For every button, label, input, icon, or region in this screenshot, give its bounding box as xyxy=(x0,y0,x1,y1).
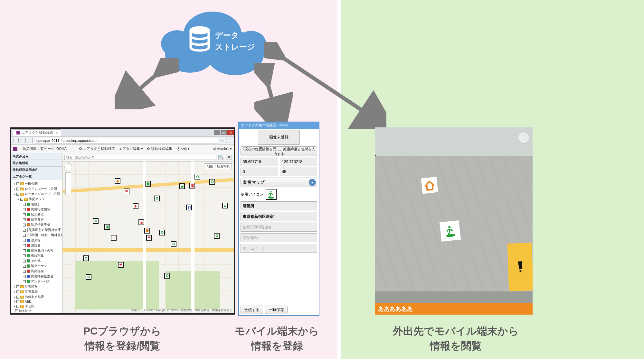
fill-from-location-button[interactable]: ↓現在の位置情報を元に、経度緯度と住所を入力する xyxy=(241,146,317,156)
cloud-label-2: ストレージ xyxy=(215,42,255,51)
search-icon[interactable]: 🔍 xyxy=(218,155,224,160)
name-field[interactable]: 避難所 xyxy=(241,201,317,210)
selected-icon[interactable] xyxy=(266,189,277,200)
homepage-field[interactable]: ホームページ xyxy=(241,244,317,253)
window-buttons[interactable]: —▭✕ xyxy=(213,130,234,135)
svg-point-3 xyxy=(161,30,193,57)
tree-item[interactable]: 消防署 xyxy=(14,243,61,248)
pc-caption: PCブラウザから情報を登録/閲覧 xyxy=(10,324,235,354)
tree-item[interactable]: その他 xyxy=(14,258,61,263)
addr2-field[interactable]: 住所2(20字以内) xyxy=(241,223,317,232)
ar-compass-button[interactable] xyxy=(518,132,529,143)
addr1-field[interactable]: 東京都新宿区新宿 xyxy=(241,212,317,221)
tree-item[interactable]: ▸ローカルグループに公開 xyxy=(14,191,61,197)
browser-urlbar: ☆ xyxy=(11,136,234,145)
ar-view: ああああああ xyxy=(375,127,533,315)
sidebar: 高読み込み 現在地情報 移動経路表示条件 エアタグ一覧 ▸一般公開▸ログインユー… xyxy=(11,153,62,313)
tree-item[interactable]: ▸一般公開 xyxy=(14,181,61,186)
tree-item[interactable]: ▸AED xyxy=(14,299,61,304)
ar-marker-run[interactable] xyxy=(440,220,461,242)
menu-1[interactable]: ♻ エアタグと移動経路 xyxy=(79,146,115,151)
menu-4[interactable]: その他 ▾ xyxy=(176,146,190,151)
map-search-bar: 🔍 ✕ xyxy=(62,153,234,161)
tree-item[interactable]: 防災情報看板 xyxy=(14,222,61,227)
lat-field[interactable]: 35.697716 xyxy=(241,158,278,166)
back-icon[interactable] xyxy=(14,138,19,143)
ar-caption-bar: ああああああ xyxy=(375,303,533,315)
map-controls[interactable] xyxy=(64,163,72,195)
cloud-label-1: データ xyxy=(215,31,239,40)
browser-tabbar: エアタグと移動経路× —▭✕ xyxy=(11,129,234,136)
tree-item[interactable]: 防災井戸 xyxy=(14,217,61,222)
side-sec-4[interactable]: エアタグ一覧 xyxy=(11,173,62,180)
tree-item[interactable]: test.kmz xyxy=(14,309,61,313)
tree-item[interactable]: 給水拠点 xyxy=(14,212,61,217)
tree-item[interactable]: 家族写真 xyxy=(14,253,61,258)
bookmark-icon[interactable]: ☆ xyxy=(220,138,224,143)
map-canvas[interactable]: 地図航空写真 ♻ ♻ ▣ ❤ ✚ ◆ ▣ ▣ ❤ ⬣ ♻ ♻ ◧ ▣ ▣ ♻ ♻… xyxy=(62,161,234,313)
svg-line-8 xyxy=(269,48,380,122)
clear-icon[interactable]: ✕ xyxy=(226,155,232,160)
phone-field[interactable]: 電話番号 xyxy=(241,233,317,242)
icon-label: 使用アイコン xyxy=(241,192,264,197)
mobile-titlebar: エアタグ新規作成画面 - Matoi xyxy=(239,122,319,129)
arrow-cloud-to-pc xyxy=(115,58,179,109)
svg-point-5 xyxy=(191,27,209,33)
alt-field[interactable]: 0 xyxy=(241,168,278,176)
layer-select[interactable]: 防災マップ▾ xyxy=(241,178,317,187)
menu-3[interactable]: ♻ 移動経路編集 xyxy=(147,146,172,151)
forward-icon[interactable] xyxy=(21,138,26,143)
save-draft-button[interactable]: 一時保存 xyxy=(265,306,288,314)
ar-caption: 外出先でモバイル端末から情報を閲覧 xyxy=(340,324,572,354)
side-sec-2[interactable]: 現在地情報 xyxy=(11,160,62,167)
ar-marker-home[interactable] xyxy=(421,177,438,194)
tree-item[interactable]: 消防団・町村・機材器具倉 xyxy=(14,233,61,238)
tree-item[interactable]: 消火バケツ xyxy=(14,263,61,269)
svg-point-10 xyxy=(446,234,455,237)
tree-item[interactable]: 災害時要援護者 xyxy=(14,274,61,279)
mobile-caption: モバイル端末から情報を登録 xyxy=(232,324,322,354)
svg-line-6 xyxy=(123,64,169,103)
mobile-form-window: エアタグ新規作成画面 - Matoi 画像未登録 ↓現在の位置情報を元に、経度緯… xyxy=(238,122,319,316)
menu-icon[interactable] xyxy=(226,138,231,143)
tree-item[interactable]: 防災行政機関 xyxy=(14,207,61,212)
tree-item[interactable]: 消火栓 xyxy=(14,238,61,243)
tree-item[interactable]: ▸防災マップ xyxy=(14,197,61,202)
reload-icon[interactable] xyxy=(28,138,33,143)
tree-item[interactable]: 防災無線 xyxy=(14,269,61,274)
tree-item[interactable]: ▸ログインユーザに公開 xyxy=(14,186,61,191)
chevron-down-icon: ▾ xyxy=(309,179,316,186)
user-menu[interactable]: sj-Admin1 ▾ xyxy=(213,147,232,151)
tree-item[interactable]: ▸情報安定結果 xyxy=(14,294,61,299)
map-type-switch[interactable]: 地図航空写真 xyxy=(205,163,232,169)
app-title: 防災情報共有ページ IROHA xyxy=(23,146,67,151)
send-button[interactable]: 送信する xyxy=(241,306,263,314)
tree-item[interactable]: アンダーパス xyxy=(14,279,61,284)
pc-browser-window: エアタグと移動経路× —▭✕ ☆ 防災情報共有ページ IROHA ♻ エアタグと… xyxy=(10,127,235,315)
arrow-cloud-to-ar xyxy=(264,42,386,129)
map-search-input[interactable] xyxy=(64,155,216,160)
tree-item[interactable]: ▸災害情報 xyxy=(14,284,61,289)
lon-field[interactable]: 139.710218 xyxy=(280,158,317,166)
app-logo xyxy=(13,147,17,151)
side-sec-3[interactable]: 移動経路表示条件 xyxy=(11,167,62,173)
tree-item[interactable]: 家屋脆弱・火害 xyxy=(14,248,61,253)
map-attribution: 地図データ ©2013 Google, ZENRIN - 利用規約 問題を報告 … xyxy=(131,308,232,312)
browser-tab[interactable]: エアタグと移動経路× xyxy=(13,129,61,136)
menu-2[interactable]: エアタグ編集 ▾ xyxy=(119,146,143,151)
url-input[interactable] xyxy=(35,138,218,143)
tree-item[interactable]: 12081211119_120812_111924.kml xyxy=(14,313,61,313)
image-placeholder[interactable]: 画像未登録 xyxy=(258,130,300,145)
dir-field[interactable]: 45 xyxy=(280,168,317,176)
tree-item[interactable]: 災害応急対策資材倉庫 xyxy=(14,227,61,233)
side-sec-1[interactable]: 高読み込み xyxy=(11,153,62,160)
tree-item[interactable]: 避難所 xyxy=(14,202,61,207)
tree-item[interactable]: ▸災害履歴 xyxy=(14,289,61,294)
svg-point-9 xyxy=(268,197,274,199)
app-menubar: 防災情報共有ページ IROHA ♻ エアタグと移動経路 エアタグ編集 ▾ ♻ 移… xyxy=(11,145,234,153)
ar-marker-alert[interactable] xyxy=(507,243,533,291)
tree-item[interactable]: ▸非公開 xyxy=(14,304,61,309)
